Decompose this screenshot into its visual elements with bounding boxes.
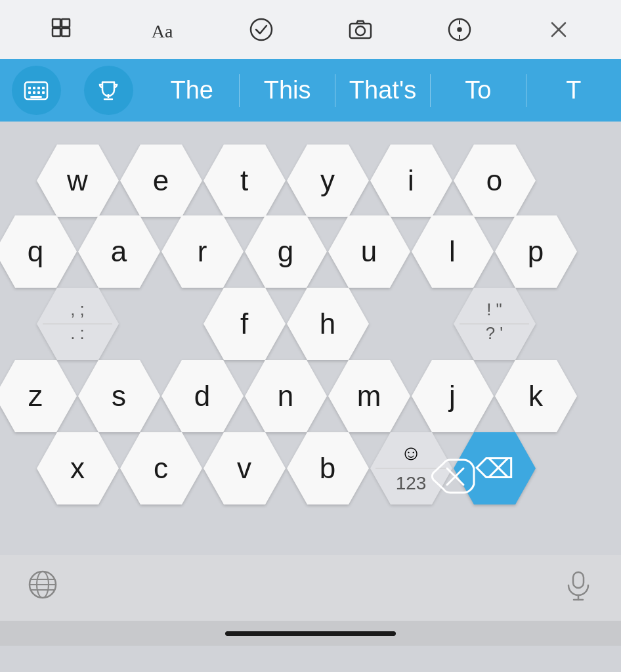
key-l-label: l xyxy=(449,235,456,267)
trophy-mode-button[interactable] xyxy=(72,59,144,122)
svg-point-9 xyxy=(458,28,461,32)
key-t-label: t xyxy=(240,164,248,196)
suggestions-list: The This That's To T xyxy=(144,59,621,122)
svg-rect-0 xyxy=(53,19,60,27)
key-123-label: 123 xyxy=(396,473,427,493)
key-a-label: a xyxy=(111,235,127,267)
key-punct-bot-label: . : xyxy=(70,323,85,343)
keyboard-circle xyxy=(12,66,61,115)
key-emoji-label: ☺ xyxy=(400,441,422,464)
svg-rect-21 xyxy=(37,91,40,94)
key-u-label: u xyxy=(361,235,377,267)
key-punct-top-label: , ; xyxy=(70,300,85,319)
key-p-label: p xyxy=(528,235,544,267)
svg-rect-2 xyxy=(53,28,60,36)
font-icon[interactable]: Aa xyxy=(148,15,177,44)
close-icon[interactable] xyxy=(544,15,573,44)
svg-rect-3 xyxy=(62,28,70,36)
suggestion-t[interactable]: T xyxy=(526,76,621,104)
suggestion-to[interactable]: To xyxy=(431,76,525,104)
grid-icon[interactable] xyxy=(49,15,77,44)
key-punct2-bot-label: ? ' xyxy=(486,323,503,343)
key-f-label: f xyxy=(240,307,249,340)
svg-rect-23 xyxy=(30,96,42,98)
check-icon[interactable] xyxy=(247,15,276,44)
camera-icon[interactable] xyxy=(346,15,375,44)
mic-icon[interactable] xyxy=(562,568,595,608)
key-e-label: e xyxy=(153,164,169,196)
hex-keyboard-svg: .hex-normal { fill: #f8f8f8; filter: dro… xyxy=(0,131,621,558)
svg-point-5 xyxy=(251,19,272,40)
mode-buttons xyxy=(0,59,144,122)
key-r-label: r xyxy=(198,235,207,267)
key-c-label: c xyxy=(154,452,168,484)
key-m-label: m xyxy=(357,380,381,412)
suggestions-row: The This That's To T xyxy=(0,59,621,122)
home-bar xyxy=(225,631,396,636)
key-i-label: i xyxy=(408,164,414,196)
key-y-label: y xyxy=(320,164,335,196)
keyboard-mode-button[interactable] xyxy=(0,59,72,122)
key-j-label: j xyxy=(448,380,456,412)
svg-rect-1 xyxy=(62,19,70,27)
svg-rect-36 xyxy=(573,572,584,588)
toolbar: Aa xyxy=(0,0,621,59)
key-s-label: s xyxy=(112,380,126,412)
compass-icon[interactable] xyxy=(445,15,474,44)
key-v-label: v xyxy=(237,452,251,484)
home-indicator xyxy=(0,621,621,646)
suggestion-the[interactable]: The xyxy=(144,76,239,104)
key-backspace-label: ⌫ xyxy=(475,453,514,484)
svg-rect-19 xyxy=(28,91,31,94)
trophy-circle xyxy=(84,66,133,115)
key-punct2-top-label: ! " xyxy=(486,300,502,319)
svg-point-7 xyxy=(356,26,365,35)
svg-rect-22 xyxy=(42,91,45,94)
key-x-label: x xyxy=(70,452,85,484)
key-o-label: o xyxy=(486,164,502,196)
key-b-label: b xyxy=(320,452,335,484)
suggestion-this[interactable]: This xyxy=(240,76,334,104)
key-k-label: k xyxy=(528,380,544,412)
key-w-label: w xyxy=(66,164,88,196)
globe-icon[interactable] xyxy=(26,568,59,608)
keyboard-area: .hex-normal { fill: #f8f8f8; filter: dro… xyxy=(0,122,621,555)
svg-rect-17 xyxy=(37,87,40,89)
key-d-label: d xyxy=(194,380,210,412)
key-h-label: h xyxy=(320,307,335,340)
key-n-label: n xyxy=(278,380,293,412)
key-q-label: q xyxy=(28,235,43,267)
svg-rect-18 xyxy=(42,87,45,89)
key-z-label: z xyxy=(28,380,43,412)
bottom-bar xyxy=(0,555,621,621)
svg-rect-20 xyxy=(33,91,35,94)
svg-text:Aa: Aa xyxy=(151,21,173,41)
suggestion-thats[interactable]: That's xyxy=(335,76,430,104)
key-g-label: g xyxy=(278,235,293,267)
svg-rect-16 xyxy=(33,87,35,89)
svg-rect-15 xyxy=(28,87,31,89)
